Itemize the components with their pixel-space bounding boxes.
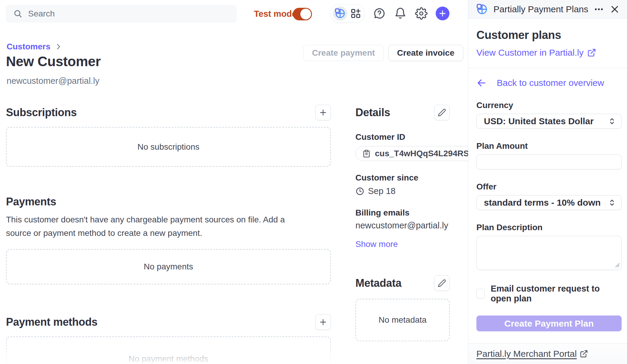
select-chevrons-icon [608, 198, 617, 207]
plan-description-textarea[interactable] [476, 236, 622, 270]
subscriptions-empty-text: No subscriptions [137, 142, 199, 152]
panel-header: Partially Payment Plans [468, 0, 627, 19]
metadata-title: Metadata [355, 277, 402, 289]
show-more-link[interactable]: Show more [355, 239, 450, 249]
external-link-icon [587, 48, 596, 57]
panel-body: Customer plans View Customer in Partial.… [468, 29, 627, 331]
metadata-empty-state: No metadata [355, 299, 450, 341]
payment-methods-empty-text: No payment methods [128, 354, 208, 364]
add-payment-method-button[interactable] [315, 314, 331, 330]
customer-since-label: Customer since [355, 173, 450, 183]
partially-panel: Partially Payment Plans Customer plans V… [468, 0, 627, 364]
plan-amount-label: Plan Amount [476, 141, 621, 151]
payments-empty-state: No payments [6, 249, 331, 284]
customer-id-value: cus_T4wHQqS4L294RS [375, 149, 469, 158]
subscriptions-empty-state: No subscriptions [6, 127, 331, 167]
back-link-text: Back to customer overview [497, 78, 604, 88]
app-switcher-pill [330, 4, 365, 23]
partially-logo-icon [334, 8, 346, 19]
currency-label: Currency [476, 101, 621, 110]
currency-select[interactable]: USD: United States Dollar [476, 114, 622, 129]
create-payment-plan-button[interactable]: Create Payment Plan [476, 316, 622, 331]
back-to-overview-link[interactable]: Back to customer overview [476, 78, 621, 88]
plus-icon [439, 10, 446, 17]
details-column: Details Customer ID cus_T4wHQqS4L294RS C… [355, 99, 450, 341]
arrow-left-icon [476, 78, 487, 88]
customer-since-value: Sep 18 [368, 186, 396, 196]
customer-id-label: Customer ID [355, 132, 450, 142]
breadcrumb-customers[interactable]: Customers [7, 42, 50, 51]
notifications-button[interactable] [394, 7, 407, 20]
settings-button[interactable] [415, 7, 428, 20]
bell-icon [394, 7, 407, 20]
toggle-knob [300, 9, 311, 19]
plus-icon [319, 318, 328, 327]
apps-button[interactable] [349, 7, 362, 20]
header-actions: Create payment Create invoice [303, 45, 484, 61]
clipboard-icon [362, 149, 371, 158]
overflow-icon [594, 4, 604, 14]
payment-methods-empty-state: No payment methods [6, 336, 331, 364]
plan-description-label: Plan Description [476, 223, 621, 232]
edit-metadata-button[interactable] [434, 275, 450, 291]
create-payment-button[interactable]: Create payment [303, 45, 384, 61]
plus-icon [319, 108, 328, 117]
search-box[interactable] [6, 5, 237, 23]
view-customer-link-text: View Customer in Partial.ly [476, 48, 584, 58]
email-request-label: Email customer request to open plan [491, 284, 621, 304]
payments-empty-text: No payments [144, 262, 193, 272]
panel-footer: Partial.ly Merchant Portal [468, 343, 627, 364]
add-subscription-button[interactable] [315, 105, 331, 120]
customer-id-copy[interactable]: cus_T4wHQqS4L294RS [355, 146, 476, 161]
customer-email: newcustomer@partial.ly [7, 76, 99, 86]
gear-icon [415, 7, 428, 20]
help-button[interactable] [373, 7, 386, 20]
test-mode-label: Test mode [254, 9, 297, 19]
offer-value: standard terms - 10% down [484, 198, 601, 208]
payment-methods-title: Payment methods [6, 316, 98, 328]
create-button[interactable] [436, 7, 449, 20]
payments-description: This customer doesn't have any chargeabl… [6, 213, 311, 240]
topbar: Test mode [0, 0, 468, 29]
pencil-icon [438, 108, 446, 117]
search-input[interactable] [28, 9, 229, 19]
partially-logo-icon [476, 3, 488, 15]
topbar-icons [330, 4, 449, 23]
panel-title: Partially Payment Plans [493, 4, 588, 14]
metadata-empty-text: No metadata [378, 315, 426, 325]
breadcrumb: Customers [7, 42, 62, 51]
main-column: Subscriptions No subscriptions Payments … [6, 99, 331, 364]
merchant-portal-link-text: Partial.ly Merchant Portal [476, 349, 577, 359]
select-chevrons-icon [608, 117, 617, 126]
help-icon [373, 7, 386, 20]
edit-details-button[interactable] [434, 105, 450, 120]
test-mode-toggle[interactable] [293, 8, 312, 20]
merchant-portal-link[interactable]: Partial.ly Merchant Portal [476, 349, 588, 359]
panel-close-button[interactable] [609, 3, 620, 16]
customer-plans-heading: Customer plans [476, 29, 621, 42]
chevron-right-icon [54, 43, 62, 51]
close-icon [610, 4, 620, 14]
subscriptions-title: Subscriptions [6, 106, 77, 119]
billing-emails-label: Billing emails [355, 208, 450, 218]
external-link-icon [580, 350, 588, 358]
email-request-checkbox[interactable] [476, 289, 485, 298]
partially-app-button[interactable] [333, 6, 347, 21]
page-title: New Customer [6, 53, 101, 69]
search-icon [13, 9, 23, 19]
currency-value: USD: United States Dollar [484, 116, 594, 126]
view-customer-link[interactable]: View Customer in Partial.ly [476, 48, 596, 58]
plan-amount-input[interactable] [476, 154, 622, 169]
create-invoice-button[interactable]: Create invoice [388, 45, 463, 61]
offer-select[interactable]: standard terms - 10% down [476, 195, 622, 210]
apps-icon [350, 8, 361, 19]
payments-title: Payments [6, 195, 331, 208]
billing-email-value: newcustomer@partial.ly [355, 221, 450, 230]
panel-overflow-button[interactable] [594, 3, 604, 16]
details-title: Details [355, 106, 390, 119]
panel-divider [468, 68, 627, 68]
pencil-icon [438, 279, 446, 287]
offer-label: Offer [476, 182, 621, 192]
clock-icon [355, 187, 364, 196]
